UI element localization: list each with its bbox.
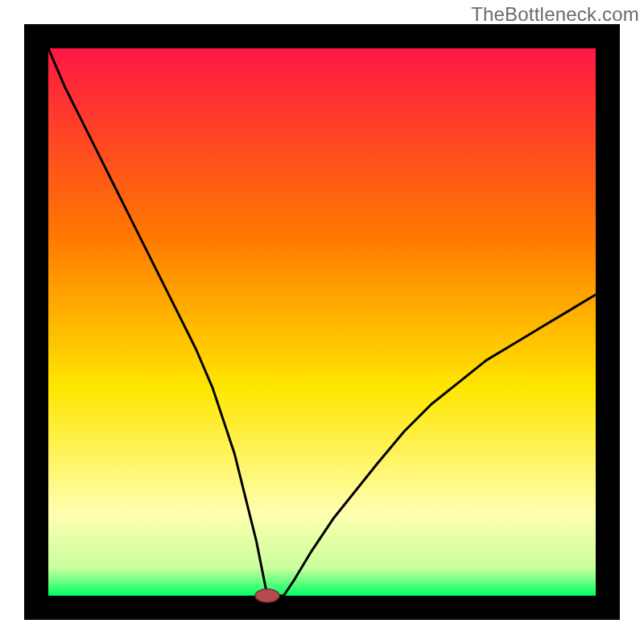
- bottleneck-chart: [24, 24, 620, 620]
- plot-gradient-bg: [48, 48, 596, 596]
- curve-minimum-marker: [255, 589, 279, 602]
- watermark-text: TheBottleneck.com: [471, 3, 639, 26]
